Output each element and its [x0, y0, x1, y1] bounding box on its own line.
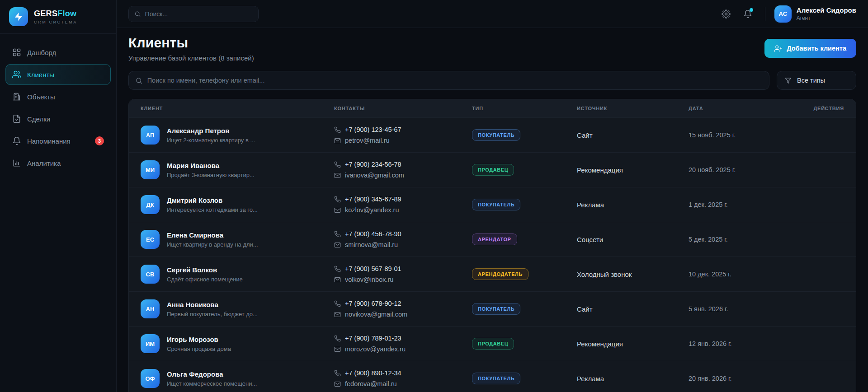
brand-subtitle: CRM СИСТЕМА [34, 20, 77, 24]
client-avatar: ЕС [141, 230, 160, 249]
source-cell: Рекомендация [577, 340, 689, 348]
client-name: Игорь Морозов [167, 336, 231, 343]
phone-icon [334, 300, 341, 307]
client-phone: +7 (900) 890-12-34 [345, 369, 401, 377]
sidebar-item-clients[interactable]: Клиенты [5, 64, 111, 85]
add-client-button[interactable]: Добавить клиента [764, 39, 856, 58]
client-search-input[interactable] [147, 77, 763, 84]
contacts-cell: +7 (900) 234-56-78 ivanova@gmail.com [334, 161, 472, 179]
client-phone: +7 (900) 123-45-67 [345, 126, 401, 133]
date-cell: 20 нояб. 2025 г. [689, 166, 808, 173]
client-note: Первый покупатель, бюджет до... [167, 311, 258, 317]
search-icon [135, 77, 143, 84]
client-phone: +7 (900) 456-78-90 [345, 230, 401, 238]
sidebar-item-objects[interactable]: Объекты [5, 86, 111, 107]
contacts-cell: +7 (900) 123-45-67 petrov@mail.ru [334, 126, 472, 144]
column-header: ДЕЙСТВИЯ [808, 106, 844, 111]
clients-icon [12, 70, 21, 79]
type-badge: ПОКУПАТЕЛЬ [472, 373, 520, 384]
date-cell: 5 дек. 2025 г. [689, 236, 808, 243]
table-row[interactable]: ИМ Игорь Морозов Срочная продажа дома +7… [129, 326, 856, 361]
dashboard-icon [12, 48, 21, 57]
content-area: Клиенты Управление базой клиентов (8 зап… [117, 28, 868, 392]
client-note: Интересуется коттеджами за го... [167, 206, 258, 213]
type-cell: ПОКУПАТЕЛЬ [472, 129, 577, 141]
client-note: Ищет 2-комнатную квартиру в ... [167, 137, 255, 144]
table-row[interactable]: СВ Сергей Волков Сдаёт офисное помещение… [129, 257, 856, 291]
settings-button[interactable] [718, 6, 734, 22]
date-cell: 12 янв. 2026 г. [689, 340, 808, 347]
client-name: Мария Иванова [167, 162, 255, 169]
table-row[interactable]: МИ Мария Иванова Продаёт 3-комнатную ква… [129, 152, 856, 187]
type-cell: АРЕНДАТОР [472, 233, 577, 245]
client-cell: МИ Мария Иванова Продаёт 3-комнатную ква… [141, 160, 334, 179]
phone-icon [334, 161, 341, 168]
column-header: ИСТОЧНИК [577, 106, 689, 111]
page-title: Клиенты [128, 35, 254, 51]
user-name: Алексей Сидоров [797, 6, 856, 14]
client-avatar: МИ [141, 160, 160, 179]
client-email: morozov@yandex.ru [345, 345, 406, 353]
type-filter-dropdown[interactable]: Все типы [777, 71, 856, 90]
global-search-input[interactable] [145, 10, 253, 18]
client-cell: АП Александр Петров Ищет 2-комнатную ква… [141, 126, 334, 145]
contacts-cell: +7 (900) 890-12-34 fedorova@mail.ru [334, 369, 472, 387]
sidebar-item-reminders[interactable]: Напоминания 3 [5, 131, 111, 151]
chart-icon [12, 159, 21, 168]
table-row[interactable]: ОФ Ольга Федорова Ищет коммерческое поме… [129, 361, 856, 392]
mail-icon [334, 311, 341, 318]
search-icon [134, 10, 141, 18]
client-search[interactable] [128, 71, 769, 90]
contacts-cell: +7 (900) 567-89-01 volkov@inbox.ru [334, 265, 472, 283]
client-cell: ЕС Елена Смирнова Ищет квартиру в аренду… [141, 230, 334, 249]
client-cell: ИМ Игорь Морозов Срочная продажа дома [141, 334, 334, 353]
table-row[interactable]: АН Анна Новикова Первый покупатель, бюдж… [129, 291, 856, 326]
app-logo: GERSFlow CRM СИСТЕМА [0, 0, 116, 34]
source-cell: Реклама [577, 375, 689, 383]
deals-icon [12, 114, 21, 123]
client-avatar: ОФ [141, 369, 160, 388]
client-name: Анна Новикова [167, 301, 258, 308]
type-cell: ПРОДАВЕЦ [472, 338, 577, 350]
source-cell: Холодный звонок [577, 271, 689, 278]
type-cell: ПОКУПАТЕЛЬ [472, 303, 577, 315]
sidebar: GERSFlow CRM СИСТЕМА Дашборд Клиенты Объ… [0, 0, 117, 392]
page-subtitle: Управление базой клиентов (8 записей) [128, 54, 254, 62]
client-email: petrov@mail.ru [345, 137, 390, 144]
client-avatar: АН [141, 299, 160, 318]
date-cell: 10 дек. 2025 г. [689, 271, 808, 278]
column-header: ДАТА [689, 106, 808, 111]
filter-icon [785, 77, 792, 84]
contacts-cell: +7 (900) 678-90-12 novikova@gmail.com [334, 300, 472, 318]
table-row[interactable]: ЕС Елена Смирнова Ищет квартиру в аренду… [129, 222, 856, 257]
notifications-button[interactable] [740, 6, 756, 22]
phone-icon [334, 370, 341, 377]
column-header: КЛИЕНТ [141, 106, 334, 111]
table-row[interactable]: ДК Дмитрий Козлов Интересуется коттеджам… [129, 187, 856, 222]
client-name: Елена Смирнова [167, 231, 258, 239]
client-name: Сергей Волков [167, 266, 243, 274]
global-search[interactable] [128, 6, 259, 22]
date-cell: 1 дек. 2025 г. [689, 201, 808, 208]
phone-icon [334, 126, 341, 133]
source-cell: Реклама [577, 201, 689, 209]
table-row[interactable]: АП Александр Петров Ищет 2-комнатную ква… [129, 117, 856, 152]
sidebar-nav: Дашборд Клиенты Объекты Сделки [0, 34, 116, 182]
sidebar-item-analytics[interactable]: Аналитика [5, 153, 111, 173]
date-cell: 5 янв. 2026 г. [689, 305, 808, 313]
brand-name: GERSFlow [34, 9, 77, 19]
contacts-cell: +7 (900) 456-78-90 smirnova@mail.ru [334, 230, 472, 248]
logo-mark [9, 7, 28, 26]
client-phone: +7 (900) 234-56-78 [345, 161, 401, 168]
sidebar-item-deals[interactable]: Сделки [5, 108, 111, 129]
sidebar-item-dashboard[interactable]: Дашборд [5, 42, 111, 63]
type-badge: ПРОДАВЕЦ [472, 338, 514, 350]
client-avatar: СВ [141, 265, 160, 284]
user-plus-icon [774, 45, 782, 52]
date-cell: 20 янв. 2026 г. [689, 375, 808, 382]
user-role: Агент [797, 15, 856, 21]
type-badge: ПОКУПАТЕЛЬ [472, 303, 520, 315]
user-menu[interactable]: АС Алексей Сидоров Агент [774, 5, 856, 23]
phone-icon [334, 196, 341, 203]
client-cell: СВ Сергей Волков Сдаёт офисное помещение [141, 265, 334, 284]
